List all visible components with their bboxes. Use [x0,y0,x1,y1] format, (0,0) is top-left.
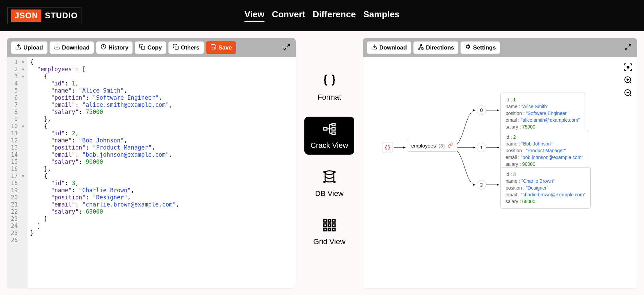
array-label: employees [411,143,436,149]
history-icon [100,44,107,52]
directions-label: Directions [426,44,454,51]
mode-grid-label: Grid View [313,237,345,246]
save-label: Save [219,44,232,51]
mode-db-label: DB View [315,189,344,198]
expand-graph-icon[interactable] [623,42,633,54]
array-count: (3) [438,143,444,149]
svg-line-37 [630,95,631,96]
nav-difference[interactable]: Difference [312,9,356,22]
link-icon[interactable] [448,142,453,149]
download-icon [54,44,60,52]
svg-rect-26 [420,44,422,46]
copy-label: Copy [147,44,162,51]
save-icon [210,44,216,52]
graph-panel: Download Directions Settings [363,38,637,288]
svg-line-5 [287,44,289,46]
svg-rect-16 [324,220,326,222]
mode-format[interactable]: Format [311,68,347,106]
tree-icon [322,121,337,138]
zoom-controls [624,63,632,99]
svg-point-14 [324,181,325,183]
gear-icon [465,44,471,52]
node-card-1[interactable]: id : 2 name : "Bob Johnson" position : "… [500,130,588,171]
svg-rect-19 [324,224,326,226]
history-button[interactable]: History [96,41,133,54]
mode-db-view[interactable]: DB View [309,165,350,203]
settings-label: Settings [473,44,496,51]
svg-rect-9 [332,127,335,130]
code-content[interactable]: { "employees": [ { "id": 1, "name": "Ali… [27,57,182,288]
svg-point-31 [627,66,629,68]
svg-point-13 [334,172,335,173]
svg-rect-7 [324,127,327,130]
upload-label: Upload [23,44,43,51]
database-icon [322,170,337,186]
graph-canvas[interactable]: {} employees (3) 0 1 2 id : 1 name : "Al… [363,57,637,288]
grid-icon [322,218,337,234]
svg-line-29 [629,44,631,46]
copy-button[interactable]: Copy [135,41,166,54]
svg-rect-17 [328,220,330,222]
code-editor[interactable]: 1 ▾2 ▾3 ▾4 5 6 7 8 9 10 ▾11 12 13 14 15 … [7,57,296,288]
focus-icon[interactable] [624,63,632,73]
main: Upload Download History Copy Others Save [0,31,644,295]
save-button[interactable]: Save [206,41,236,54]
svg-rect-24 [333,228,335,231]
svg-rect-10 [332,132,335,134]
svg-rect-27 [418,48,420,50]
svg-rect-3 [141,46,145,50]
download-label: Download [62,44,90,51]
node-employees[interactable]: employees (3) [407,140,457,152]
braces-icon [322,73,337,90]
graph-download-button[interactable]: Download [367,41,411,54]
svg-point-11 [325,171,334,175]
node-card-2[interactable]: id : 3 name : "Charlie Brown" position :… [500,167,591,209]
nav-view[interactable]: View [244,9,264,22]
settings-button[interactable]: Settings [460,41,500,54]
logo-json: JSON [11,9,41,22]
others-icon [173,44,179,52]
zoom-out-icon[interactable] [624,88,632,99]
editor-panel: Upload Download History Copy Others Save [7,38,296,288]
svg-rect-18 [333,220,335,222]
node-root[interactable]: {} [382,142,393,153]
svg-rect-21 [333,224,335,226]
node-index-1[interactable]: 1 [477,143,486,152]
expand-editor-icon[interactable] [282,42,292,54]
directions-button[interactable]: Directions [413,41,458,54]
node-card-0[interactable]: id : 1 name : "Alice Smith" position : "… [500,93,585,134]
svg-point-12 [324,172,325,173]
upload-icon [15,44,21,52]
download-button[interactable]: Download [50,41,94,54]
svg-rect-8 [332,123,335,126]
graph-toolbar: Download Directions Settings [363,38,637,57]
upload-button[interactable]: Upload [11,41,48,54]
svg-line-30 [625,47,627,50]
svg-point-15 [334,181,335,183]
view-modes: Format Crack View DB View Grid View [296,38,363,288]
mode-crack-label: Crack View [310,141,348,150]
graph-download-label: Download [379,44,407,51]
others-label: Others [181,44,200,51]
svg-rect-4 [175,46,178,50]
editor-toolbar: Upload Download History Copy Others Save [7,38,296,57]
logo[interactable]: JSON STUDIO [7,7,81,24]
others-button[interactable]: Others [168,41,204,54]
nav-samples[interactable]: Samples [363,9,400,22]
nav-convert[interactable]: Convert [272,9,305,22]
svg-rect-20 [328,224,330,226]
header: JSON STUDIO View Convert Difference Samp… [0,0,644,31]
copy-icon [139,44,145,52]
node-index-0[interactable]: 0 [477,105,486,115]
sitemap-icon [418,44,424,52]
mode-format-label: Format [318,93,341,102]
zoom-in-icon[interactable] [624,76,632,86]
mode-grid-view[interactable]: Grid View [307,213,352,251]
node-index-2[interactable]: 2 [477,180,486,190]
svg-rect-23 [328,228,330,231]
mode-crack-view[interactable]: Crack View [304,117,354,155]
graph-edges [363,57,637,288]
line-gutter: 1 ▾2 ▾3 ▾4 5 6 7 8 9 10 ▾11 12 13 14 15 … [7,57,27,288]
svg-rect-22 [324,228,326,231]
root-braces: {} [382,142,393,153]
